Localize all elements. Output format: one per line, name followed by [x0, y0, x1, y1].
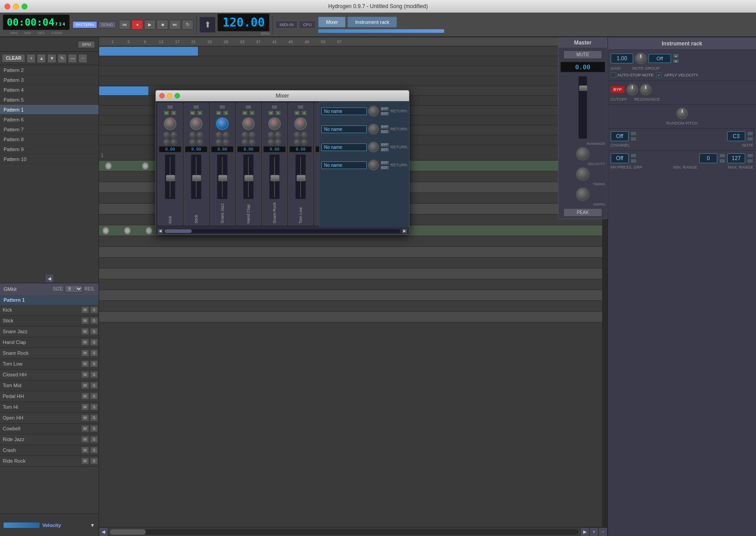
ch-knob[interactable] — [275, 132, 281, 138]
edit-button[interactable]: EDT — [380, 130, 389, 134]
ch-mute[interactable]: M — [163, 110, 170, 116]
ch-fader[interactable] — [243, 154, 254, 199]
ch-knob[interactable] — [301, 132, 307, 138]
list-item[interactable]: Pattern 10 — [0, 154, 99, 164]
add-pattern-button[interactable]: + — [27, 54, 36, 63]
ch-top-button[interactable] — [219, 105, 225, 109]
ch-top-button[interactable] — [271, 105, 278, 109]
minus-button[interactable]: − — [78, 54, 87, 63]
byp-button[interactable]: BYP — [380, 107, 389, 111]
ch-knob[interactable] — [189, 139, 196, 145]
pen-button[interactable]: ✎ — [58, 54, 67, 63]
ch-top-button[interactable] — [245, 105, 252, 109]
mixer-close-button[interactable] — [159, 93, 165, 98]
list-item[interactable]: Pattern 3 — [0, 75, 99, 85]
ch-knob[interactable] — [242, 139, 248, 145]
ch-pan-knob[interactable] — [216, 117, 229, 130]
send-knob[interactable] — [368, 142, 379, 152]
list-item[interactable]: Pattern 7 — [0, 125, 99, 134]
ch-fader[interactable] — [217, 154, 228, 199]
mute-button[interactable]: M — [81, 339, 89, 346]
mixer-maximize-button[interactable] — [175, 93, 180, 98]
mute-button[interactable]: M — [81, 371, 89, 378]
list-item[interactable]: Pattern 5 — [0, 95, 99, 105]
drum-hit[interactable] — [103, 227, 109, 234]
ch-fader[interactable] — [191, 154, 202, 199]
ch-knob[interactable] — [275, 139, 281, 145]
pattern-row[interactable] — [99, 46, 608, 56]
edit-button[interactable]: EDT — [380, 147, 389, 152]
stop-button[interactable]: ■ — [157, 20, 168, 30]
velocity-scroll-indicator[interactable] — [4, 523, 40, 528]
ch-fader[interactable] — [295, 154, 306, 199]
ch-fader-handle[interactable] — [270, 175, 279, 181]
ch-mute[interactable]: M — [189, 110, 196, 116]
pattern-row[interactable] — [99, 76, 608, 86]
drum-row-tom-mid[interactable] — [99, 236, 608, 247]
solo-button[interactable]: S — [90, 425, 98, 432]
ch-fader-handle[interactable] — [218, 175, 227, 181]
drum-row-ride-jazz[interactable] — [99, 290, 608, 301]
list-item[interactable]: Pattern 6 — [0, 115, 99, 125]
add-button[interactable]: + — [590, 527, 598, 536]
solo-button[interactable]: S — [90, 403, 98, 411]
random-pitch-knob[interactable] — [676, 107, 688, 119]
ch-pan-knob[interactable] — [268, 117, 281, 130]
ch-solo[interactable]: S — [249, 110, 255, 116]
close-button[interactable] — [4, 4, 10, 9]
channel-up[interactable] — [630, 131, 637, 136]
solo-button[interactable]: S — [90, 328, 98, 335]
timing-knob[interactable] — [576, 167, 590, 181]
list-item[interactable]: Pattern 9 — [0, 144, 99, 154]
mute-button[interactable]: M — [81, 425, 89, 432]
up-button[interactable]: ▲ — [37, 54, 46, 63]
bpm-button[interactable]: BPM — [78, 41, 95, 48]
drum-row-pedal-hh[interactable] — [99, 247, 608, 258]
ch-solo[interactable]: S — [171, 110, 177, 116]
solo-button[interactable]: S — [90, 306, 98, 313]
drum-row-cowbell[interactable] — [99, 279, 608, 290]
ch-knob[interactable] — [216, 132, 222, 138]
ch-pan-knob[interactable] — [164, 117, 176, 130]
ch-pan-knob[interactable] — [294, 117, 307, 130]
ch-knob[interactable] — [163, 139, 170, 145]
ch-mute[interactable]: M — [268, 110, 274, 116]
master-fader-handle[interactable] — [579, 85, 587, 91]
size-select[interactable]: 81632 — [65, 285, 83, 293]
mute-button[interactable]: M — [81, 360, 89, 367]
solo-button[interactable]: S — [90, 317, 98, 324]
send-knob[interactable] — [368, 160, 379, 170]
velocity-knob[interactable] — [576, 147, 590, 161]
drum-row-ride-rock[interactable] — [99, 312, 608, 322]
auto-stop-checkbox[interactable] — [611, 72, 616, 78]
ch-knob[interactable] — [171, 132, 177, 138]
ch-knob[interactable] — [163, 132, 170, 138]
mute-button[interactable]: M — [81, 328, 89, 335]
song-mode-button[interactable]: SONG — [98, 21, 117, 28]
ch-pan-knob[interactable] — [190, 117, 202, 130]
send-knob[interactable] — [368, 106, 379, 116]
solo-button[interactable]: S — [90, 414, 98, 421]
mute-button[interactable]: M — [81, 414, 89, 421]
list-item[interactable]: Pattern 2 — [0, 65, 99, 75]
max-range-up[interactable] — [747, 153, 753, 158]
swing-knob[interactable] — [576, 188, 590, 201]
solo-button[interactable]: S — [90, 371, 98, 378]
instrument-rack-button[interactable]: Instrument rack — [347, 17, 397, 27]
mute-button[interactable]: M — [81, 382, 89, 389]
minimize-button[interactable] — [13, 4, 19, 9]
ch-fader-handle[interactable] — [244, 175, 253, 181]
ch-fader[interactable] — [269, 154, 280, 199]
ch-solo[interactable]: S — [223, 110, 229, 116]
byp-button[interactable]: BYP — [380, 125, 389, 129]
list-item[interactable]: Pattern 8 — [0, 134, 99, 144]
ch-mute[interactable]: M — [216, 110, 222, 116]
mute-button[interactable]: M — [81, 436, 89, 443]
loop-button[interactable]: ↻ — [182, 20, 194, 30]
ch-knob[interactable] — [294, 132, 300, 138]
ch-top-button[interactable] — [297, 105, 304, 109]
ch-knob[interactable] — [249, 139, 255, 145]
send-knob[interactable] — [368, 124, 379, 134]
ch-solo[interactable]: S — [301, 110, 307, 116]
ch-knob[interactable] — [223, 139, 229, 145]
